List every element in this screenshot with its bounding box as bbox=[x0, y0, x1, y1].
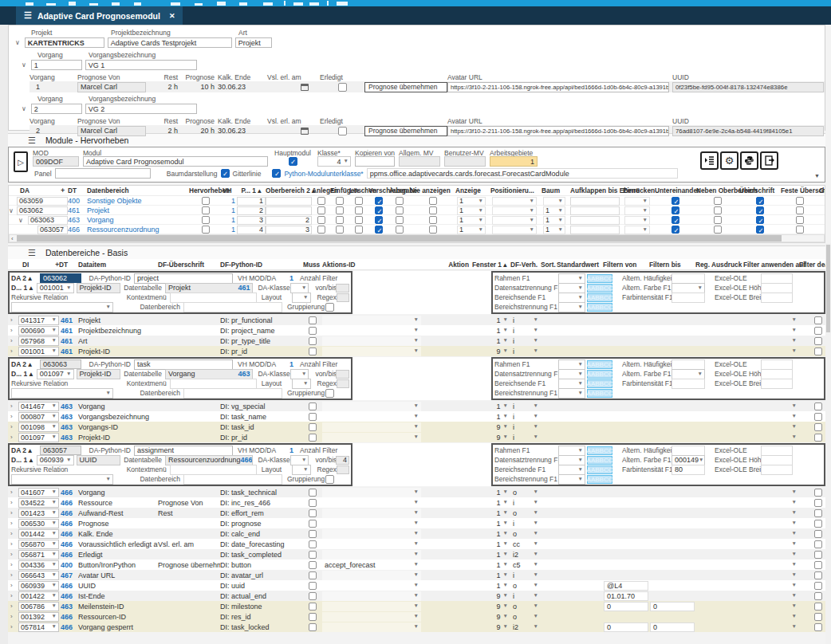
row-expander-icon[interactable]: › bbox=[8, 499, 18, 506]
di-field[interactable]: 006786▼ bbox=[18, 602, 59, 611]
da-field[interactable]: 063063 bbox=[28, 216, 68, 225]
positionierung-dropdown[interactable]: ▼ bbox=[492, 216, 537, 225]
filter-deak-checkbox[interactable] bbox=[814, 613, 822, 621]
filter-anwenden-dropdown[interactable]: ▼ bbox=[743, 402, 799, 411]
anlegen-checkbox[interactable] bbox=[317, 197, 325, 205]
filter-anwenden-dropdown[interactable]: ▼ bbox=[743, 509, 799, 518]
df-verh-dropdown[interactable]: i▼ bbox=[510, 519, 541, 528]
python-modulunterklasse-checkbox[interactable] bbox=[272, 169, 281, 178]
muss-checkbox[interactable] bbox=[309, 316, 317, 324]
filter-deak-checkbox[interactable] bbox=[814, 499, 822, 507]
di-field[interactable]: 001392▼ bbox=[18, 612, 59, 622]
untereinander-checkbox[interactable] bbox=[671, 197, 679, 205]
tab-adaptive-card-prognosemodul[interactable]: ☰ Adaptive Card Prognosemodul ✕ bbox=[16, 6, 183, 25]
aktions-id-dropdown[interactable]: ▼ bbox=[322, 540, 421, 549]
verschieben-checkbox[interactable] bbox=[375, 197, 383, 205]
p-field[interactable]: 1 bbox=[237, 197, 266, 206]
cell-dataitem[interactable]: Vorgang bbox=[78, 402, 158, 410]
avatar-url-field[interactable]: https://3f10-2-211-106-158.ngrok-free.ap… bbox=[447, 126, 669, 136]
row-expander-icon[interactable]: › bbox=[8, 540, 18, 548]
df-verh-dropdown[interactable]: o▼ bbox=[510, 581, 541, 591]
filtern-bis-field[interactable] bbox=[650, 550, 695, 560]
anzeige-dropdown[interactable]: 1▼ bbox=[457, 197, 486, 206]
vorgang-name-field[interactable]: VG 1 bbox=[85, 60, 197, 70]
basis-section-menu-icon[interactable]: ☰ bbox=[28, 248, 36, 258]
di-field[interactable]: 057814▼ bbox=[18, 622, 59, 632]
farbintensitaet-field[interactable] bbox=[671, 293, 705, 303]
vorgang-nr-field[interactable]: 1 bbox=[31, 60, 82, 70]
df-verh-dropdown[interactable]: o▼ bbox=[510, 612, 541, 622]
cell-dataitem[interactable]: Erledigt bbox=[78, 551, 158, 559]
cell-df-ueberschrift[interactable]: Vsl. erl. am bbox=[158, 540, 220, 548]
muss-checkbox[interactable] bbox=[309, 413, 317, 421]
filter-deak-checkbox[interactable] bbox=[814, 348, 822, 355]
fenster-dropdown[interactable]: 1▼ bbox=[472, 412, 510, 422]
row-expander-icon[interactable]: › bbox=[8, 623, 18, 630]
filter-deak-checkbox[interactable] bbox=[814, 337, 822, 345]
cell-dataitem[interactable]: Vorgangs-ID bbox=[78, 423, 158, 431]
aufklappen-field[interactable] bbox=[570, 197, 620, 206]
df-verh-dropdown[interactable]: i▼ bbox=[510, 316, 541, 325]
filter-anwenden-dropdown[interactable]: ▼ bbox=[743, 347, 799, 356]
cell-dataitem[interactable]: Aufwand-Rest bbox=[78, 509, 158, 517]
filtern-bis-field[interactable] bbox=[650, 560, 695, 570]
fenster-dropdown[interactable]: 1▼ bbox=[472, 529, 510, 539]
baum-dropdown[interactable]: 1▼ bbox=[543, 226, 565, 234]
calendar-icon[interactable] bbox=[301, 84, 309, 91]
filtern-von-field[interactable] bbox=[604, 347, 648, 356]
di-field[interactable]: 001001▼ bbox=[18, 347, 59, 356]
filter-deak-checkbox[interactable] bbox=[814, 402, 822, 410]
di-field[interactable]: 041317▼ bbox=[18, 316, 59, 325]
muss-checkbox[interactable] bbox=[309, 530, 317, 538]
ueberschrift-checkbox[interactable] bbox=[756, 206, 764, 214]
cell-dataitem[interactable]: UUID bbox=[78, 582, 158, 590]
loeschen-checkbox[interactable] bbox=[355, 216, 363, 224]
layout-dropdown[interactable]: ▼ bbox=[292, 293, 311, 303]
positionierung-dropdown[interactable]: ▼ bbox=[492, 197, 537, 206]
untereinander-checkbox[interactable] bbox=[671, 226, 679, 234]
art-field[interactable]: Projekt bbox=[235, 37, 272, 48]
filtern-von-field[interactable] bbox=[604, 509, 648, 518]
df-verh-dropdown[interactable]: cc▼ bbox=[510, 540, 541, 549]
aktions-id-dropdown[interactable]: accept_forecast▼ bbox=[322, 560, 421, 570]
filtern-von-field[interactable] bbox=[604, 540, 648, 549]
module-export-icon[interactable] bbox=[760, 151, 778, 170]
filter-deak-checkbox[interactable] bbox=[814, 327, 822, 335]
vorgang-expander-icon[interactable]: ∨ bbox=[22, 61, 26, 69]
bereichstrennung-dropdown[interactable]: ▼ bbox=[558, 388, 585, 399]
di-field[interactable]: 001098▼ bbox=[18, 422, 59, 432]
filter-anwenden-dropdown[interactable]: ▼ bbox=[743, 412, 799, 422]
filtern-bis-field[interactable] bbox=[650, 581, 695, 591]
von-bis-field[interactable]: 4 bbox=[336, 456, 349, 465]
muss-checkbox[interactable] bbox=[309, 603, 317, 611]
filter-deak-checkbox[interactable] bbox=[814, 582, 822, 590]
fenster-dropdown[interactable]: 1▼ bbox=[472, 509, 510, 518]
aufklappen-field[interactable] bbox=[570, 216, 620, 225]
einfuegen-checkbox[interactable] bbox=[336, 226, 344, 234]
anzeige-dropdown[interactable]: 1▼ bbox=[457, 226, 486, 234]
filtern-bis-field[interactable] bbox=[650, 402, 695, 411]
fenster-dropdown[interactable]: 1▼ bbox=[472, 336, 510, 346]
fenster-dropdown[interactable]: 9▼ bbox=[472, 602, 510, 611]
df-verh-dropdown[interactable]: i2▼ bbox=[510, 550, 541, 560]
scrollbar-thumb[interactable] bbox=[17, 235, 782, 242]
cell-df-ueberschrift[interactable]: Prognose übernehmen bbox=[158, 561, 220, 569]
cell-dataitem[interactable]: Projekt bbox=[78, 316, 158, 324]
filter-deak-checkbox[interactable] bbox=[814, 423, 822, 431]
filtern-von-field[interactable] bbox=[604, 550, 648, 560]
cell-dataitem[interactable]: Kalk. Ende bbox=[78, 530, 158, 538]
erledigt-checkbox[interactable] bbox=[338, 127, 347, 135]
di-field[interactable]: 001423▼ bbox=[18, 509, 59, 518]
kopieren-von-field[interactable] bbox=[355, 156, 395, 167]
loeschen-checkbox[interactable] bbox=[355, 197, 363, 205]
row-expander-icon[interactable]: › bbox=[8, 348, 18, 355]
muss-checkbox[interactable] bbox=[309, 434, 317, 442]
filter-anwenden-dropdown[interactable]: ▼ bbox=[743, 602, 799, 611]
muss-checkbox[interactable] bbox=[309, 520, 317, 528]
filtern-von-field[interactable] bbox=[604, 498, 648, 508]
aktions-id-dropdown[interactable]: ▼ bbox=[322, 336, 421, 346]
block-da-field[interactable]: 063063 bbox=[40, 359, 81, 369]
nie-anzeigen-checkbox[interactable] bbox=[429, 197, 437, 205]
vertical-scrollbar[interactable] bbox=[825, 243, 831, 644]
filtern-von-field[interactable] bbox=[604, 519, 648, 528]
